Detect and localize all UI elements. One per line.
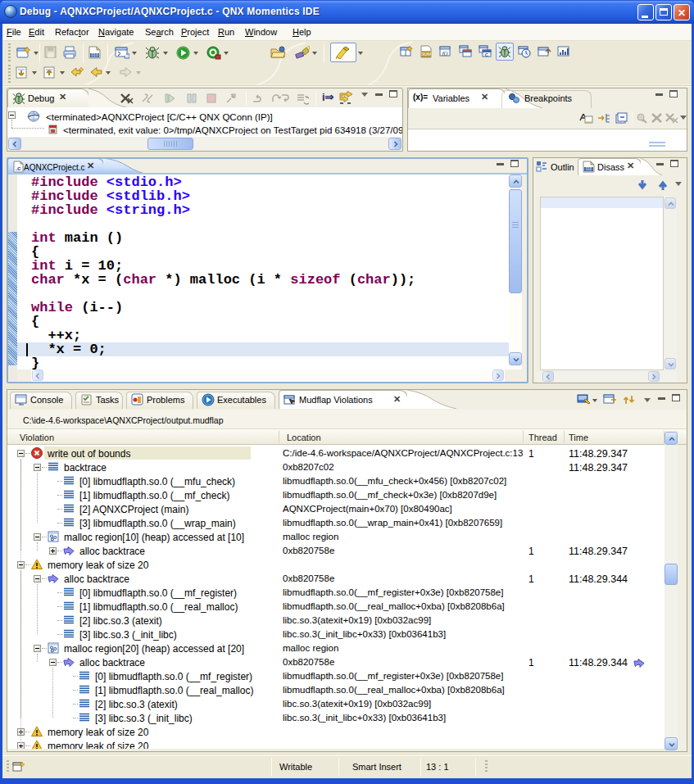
svg-text:SUM: SUM bbox=[421, 52, 432, 57]
svg-text:.c: .c bbox=[16, 165, 21, 172]
svg-text:010: 010 bbox=[586, 167, 592, 171]
svg-text:f(): f() bbox=[442, 50, 448, 57]
svg-text:010: 010 bbox=[91, 52, 98, 57]
svg-text:C: C bbox=[485, 52, 489, 57]
